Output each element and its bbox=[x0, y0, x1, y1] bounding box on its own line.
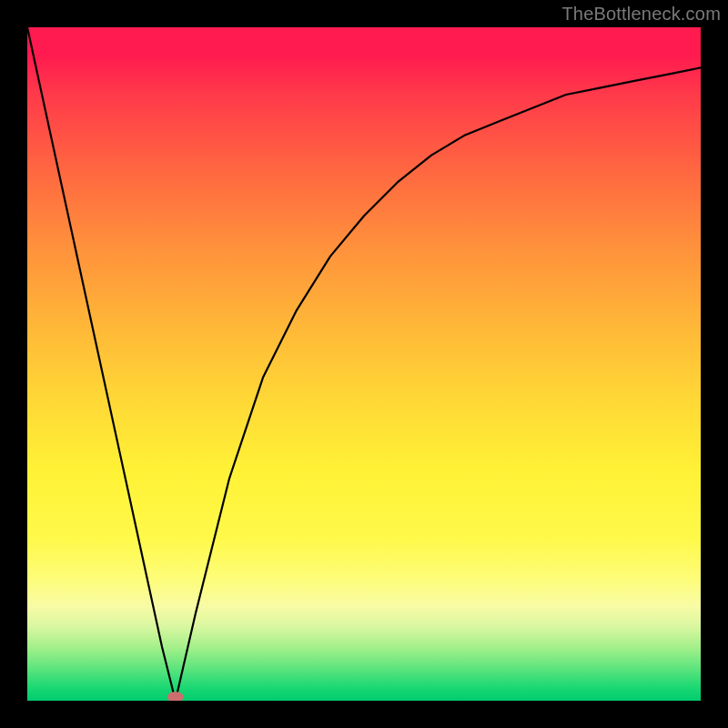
watermark-text: TheBottleneck.com bbox=[561, 4, 721, 25]
chart-svg bbox=[27, 27, 701, 701]
chart-frame: TheBottleneck.com bbox=[0, 0, 728, 728]
minimum-marker bbox=[167, 692, 184, 701]
bottleneck-curve bbox=[27, 27, 701, 701]
